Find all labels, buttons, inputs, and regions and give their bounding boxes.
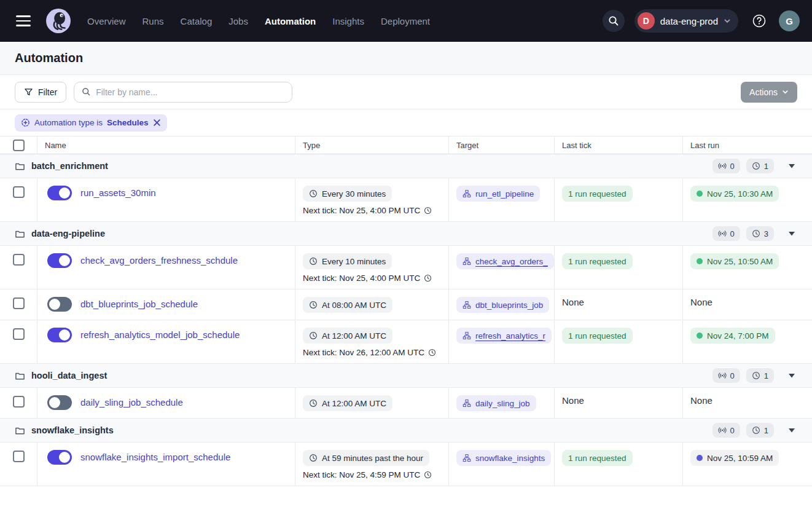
schedule-row: daily_sling_job_schedule At 12:00 AM UTC… bbox=[0, 388, 812, 419]
deployment-name: data-eng-prod bbox=[660, 16, 718, 26]
filter-chip-value: Schedules bbox=[107, 118, 149, 127]
enabled-toggle[interactable] bbox=[47, 450, 72, 465]
last-tick-pill: 1 run requested bbox=[562, 186, 633, 202]
page-header: Automation bbox=[0, 42, 812, 75]
automation-filter-icon bbox=[21, 118, 30, 127]
row-checkbox[interactable] bbox=[13, 396, 25, 408]
last-run-pill[interactable]: Nov 25, 10:30 AM bbox=[690, 186, 779, 202]
automation-type-filter-chip[interactable]: Automation type is Schedules bbox=[15, 114, 167, 132]
target-job-pill[interactable]: snowflake_insights bbox=[456, 450, 551, 466]
filter-button[interactable]: Filter bbox=[15, 82, 66, 103]
schedule-name-link[interactable]: snowflake_insights_import_schedule bbox=[80, 452, 230, 462]
run-status-dot bbox=[697, 191, 703, 197]
active-filters-row: Automation type is Schedules bbox=[0, 109, 812, 136]
search-button[interactable] bbox=[603, 10, 625, 32]
target-pill-label: snowflake_insights bbox=[475, 454, 545, 463]
clock-icon bbox=[309, 189, 318, 198]
nav-item-insights[interactable]: Insights bbox=[332, 16, 364, 26]
job-graph-icon bbox=[463, 399, 471, 408]
select-all-checkbox[interactable] bbox=[13, 140, 25, 151]
row-checkbox[interactable] bbox=[13, 297, 25, 309]
job-graph-icon bbox=[463, 257, 471, 266]
clock-icon bbox=[309, 399, 318, 408]
enabled-toggle[interactable] bbox=[47, 253, 72, 268]
last-run-pill[interactable]: Nov 24, 7:00 PM bbox=[690, 328, 775, 344]
schedule-count-badge[interactable]: 1 bbox=[746, 368, 774, 383]
enabled-toggle[interactable] bbox=[47, 297, 72, 312]
enabled-toggle[interactable] bbox=[47, 186, 72, 200]
enabled-toggle[interactable] bbox=[47, 395, 72, 410]
table-header: Name Type Target Last tick Last run bbox=[0, 136, 812, 154]
last-tick-pill: 1 run requested bbox=[562, 328, 633, 344]
row-checkbox[interactable] bbox=[13, 186, 25, 198]
group-name: snowflake_insights bbox=[31, 425, 114, 435]
row-checkbox[interactable] bbox=[13, 254, 25, 266]
sensor-count-badge[interactable]: 0 bbox=[712, 423, 740, 438]
expand-collapse-button[interactable] bbox=[786, 162, 797, 171]
target-job-pill[interactable]: daily_sling_job bbox=[456, 395, 536, 411]
expand-collapse-button[interactable] bbox=[786, 371, 797, 380]
schedule-name-link[interactable]: check_avg_orders_freshness_schdule bbox=[80, 255, 238, 266]
target-pill-label: run_etl_pipeline bbox=[475, 189, 534, 199]
last-run-pill[interactable]: Nov 25, 10:50 AM bbox=[690, 253, 779, 269]
target-job-pill[interactable]: check_avg_orders_ bbox=[456, 253, 554, 269]
name-filter-input[interactable] bbox=[96, 87, 284, 97]
clock-icon bbox=[428, 349, 436, 357]
clock-icon bbox=[752, 162, 760, 170]
help-icon bbox=[752, 14, 767, 28]
last-tick-pill: 1 run requested bbox=[562, 253, 633, 269]
close-icon[interactable] bbox=[153, 119, 161, 127]
clock-icon bbox=[752, 229, 760, 238]
schedule-type-pill: Every 30 minutes bbox=[303, 186, 392, 202]
nav-item-jobs[interactable]: Jobs bbox=[228, 16, 248, 26]
nav-item-overview[interactable]: Overview bbox=[87, 16, 126, 26]
expand-collapse-button[interactable] bbox=[786, 229, 797, 238]
schedule-count-badge[interactable]: 1 bbox=[746, 159, 774, 173]
sensor-count-badge[interactable]: 0 bbox=[712, 226, 740, 241]
user-avatar[interactable]: G bbox=[779, 10, 800, 31]
schedule-name-link[interactable]: refresh_analytics_model_job_schedule bbox=[80, 329, 240, 340]
deployment-switcher[interactable]: D data-eng-prod bbox=[634, 9, 738, 33]
next-tick: Next tick: Nov 25, 4:00 PM UTC bbox=[303, 274, 441, 283]
group-name: hooli_data_ingest bbox=[31, 371, 107, 380]
clock-icon bbox=[309, 257, 318, 266]
target-job-pill[interactable]: refresh_analytics_r bbox=[456, 328, 552, 344]
expand-collapse-button[interactable] bbox=[786, 426, 797, 435]
caret-down-icon bbox=[789, 232, 795, 236]
schedule-count-badge[interactable]: 3 bbox=[746, 226, 774, 241]
search-icon bbox=[82, 87, 91, 97]
toolbar: Filter Actions bbox=[0, 75, 812, 109]
job-graph-icon bbox=[463, 189, 471, 198]
row-checkbox[interactable] bbox=[13, 328, 25, 340]
schedule-name-link[interactable]: daily_sling_job_schedule bbox=[80, 397, 183, 408]
last-run-pill[interactable]: Nov 25, 10:59 AM bbox=[690, 450, 779, 466]
schedule-name-link[interactable]: dbt_blueprints_job_schedule bbox=[80, 299, 198, 309]
enabled-toggle[interactable] bbox=[47, 328, 72, 342]
schedule-type-pill: At 12:00 AM UTC bbox=[303, 395, 392, 411]
row-checkbox[interactable] bbox=[13, 451, 25, 462]
caret-down-icon bbox=[789, 374, 795, 378]
target-job-pill[interactable]: run_etl_pipeline bbox=[456, 186, 540, 202]
run-status-dot bbox=[697, 333, 703, 339]
nav-item-catalog[interactable]: Catalog bbox=[181, 16, 213, 26]
page-title: Automation bbox=[15, 51, 83, 65]
job-graph-icon bbox=[463, 301, 471, 309]
folder-icon bbox=[15, 161, 25, 171]
dagster-logo[interactable] bbox=[45, 8, 71, 34]
actions-button[interactable]: Actions bbox=[741, 82, 797, 103]
schedule-row: run_assets_30min Every 30 minutes Next t… bbox=[0, 178, 812, 222]
nav-item-deployment[interactable]: Deployment bbox=[381, 16, 430, 26]
schedule-count-badge[interactable]: 1 bbox=[746, 423, 774, 438]
help-button[interactable] bbox=[748, 10, 770, 32]
schedule-row: refresh_analytics_model_job_schedule At … bbox=[0, 320, 812, 364]
column-header-last-tick: Last tick bbox=[555, 136, 683, 154]
nav-item-runs[interactable]: Runs bbox=[142, 16, 164, 26]
schedule-name-link[interactable]: run_assets_30min bbox=[80, 187, 156, 198]
target-job-pill[interactable]: dbt_blueprints_job bbox=[456, 297, 549, 313]
nav-item-automation[interactable]: Automation bbox=[265, 16, 316, 26]
sensor-count-badge[interactable]: 0 bbox=[712, 159, 740, 173]
clock-icon bbox=[424, 471, 432, 479]
sensor-count-badge[interactable]: 0 bbox=[712, 368, 740, 383]
schedule-row: snowflake_insights_import_schedule At 59… bbox=[0, 443, 812, 486]
menu-button[interactable] bbox=[12, 10, 34, 32]
